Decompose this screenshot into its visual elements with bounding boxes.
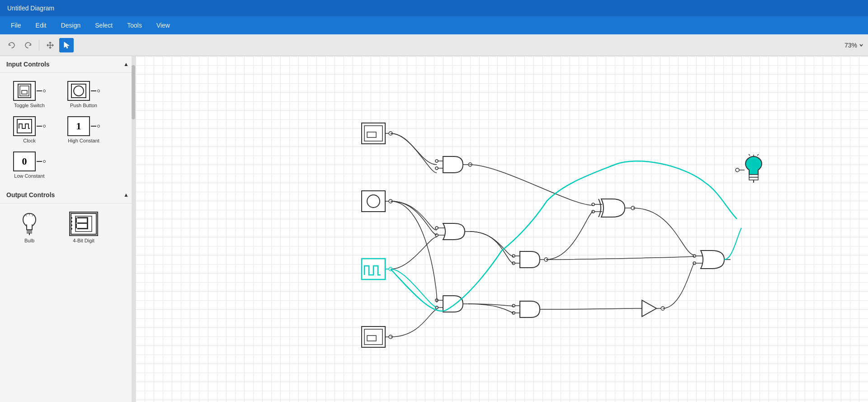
output-controls-content: Bulb: [0, 203, 135, 251]
component-bulb[interactable]: Bulb: [5, 210, 54, 245]
buffer-gate-1: [636, 300, 665, 317]
sidebar: Input Controls ▲ Toggle Swit: [0, 56, 136, 402]
svg-point-4: [74, 86, 84, 96]
low-constant-icon-group: 0: [13, 151, 46, 171]
component-toggle-switch[interactable]: Toggle Switch: [5, 79, 54, 110]
toggle-switch-label: Toggle Switch: [14, 103, 45, 108]
scrollbar-thumb[interactable]: [132, 65, 135, 119]
input-controls-chevron: ▲: [123, 61, 129, 67]
clock-box: [13, 116, 36, 136]
svg-rect-84: [749, 175, 758, 177]
svg-rect-19: [87, 218, 88, 223]
svg-point-91: [736, 168, 739, 172]
svg-rect-18: [75, 223, 77, 228]
input-controls-header[interactable]: Input Controls ▲: [0, 56, 135, 73]
svg-point-31: [367, 195, 380, 208]
and-gate-4: [512, 301, 546, 317]
menu-design[interactable]: Design: [55, 19, 87, 32]
sidebar-scrollbar[interactable]: [132, 56, 135, 402]
toggle-switch-1: [362, 123, 392, 144]
bulb-box: [18, 212, 41, 236]
select-button[interactable]: [59, 38, 74, 52]
or-gate-1: [435, 223, 471, 240]
low-constant-connector-dot: [43, 160, 46, 163]
toggle-connector-dot: [43, 90, 46, 92]
bulb-label: Bulb: [24, 238, 34, 243]
zoom-value: 73%: [844, 42, 857, 49]
menu-edit[interactable]: Edit: [29, 19, 53, 32]
svg-rect-20: [87, 223, 88, 228]
svg-point-24: [71, 228, 72, 230]
svg-line-89: [757, 154, 759, 156]
svg-rect-2: [22, 90, 27, 94]
clock-connector-dot: [43, 125, 46, 128]
high-constant-icon-group: 1: [67, 116, 100, 136]
bulb-icon-group: [18, 212, 41, 236]
low-constant-label: Low Constant: [14, 173, 44, 179]
svg-point-21: [71, 217, 72, 219]
svg-rect-16: [77, 228, 88, 229]
clock-icon-group: [13, 116, 46, 136]
zoom-display: 73%: [844, 42, 863, 49]
menu-view[interactable]: View: [150, 19, 176, 32]
svg-rect-39: [367, 336, 376, 341]
clock-connector-line: [37, 126, 42, 127]
pan-button[interactable]: [43, 38, 57, 52]
clock-label: Clock: [23, 138, 36, 143]
low-constant-value: 0: [22, 156, 27, 167]
component-low-constant[interactable]: 0 Low Constant: [5, 150, 54, 180]
redo-button[interactable]: [21, 38, 35, 52]
menu-select[interactable]: Select: [89, 19, 119, 32]
toolbar-separator-1: [39, 40, 39, 51]
high-constant-value: 1: [76, 120, 81, 132]
high-constant-label: High Constant: [68, 138, 99, 143]
toggle-switch-2: [362, 326, 392, 347]
menu-file[interactable]: File: [5, 19, 28, 32]
svg-point-23: [71, 224, 72, 226]
toggle-switch-box: [13, 81, 36, 101]
component-clock[interactable]: Clock: [5, 114, 54, 145]
svg-rect-15: [77, 222, 88, 224]
input-controls-content: Toggle Switch Push Button: [0, 73, 135, 187]
push-button-connector-line: [91, 90, 96, 91]
svg-rect-14: [77, 217, 88, 218]
high-constant-connector-dot: [97, 125, 100, 128]
push-button-box: [67, 81, 90, 101]
menu-tools[interactable]: Tools: [121, 19, 148, 32]
input-controls-label: Input Controls: [6, 61, 50, 68]
xnor-gate-1: [592, 199, 635, 217]
four-bit-digit-icon-group: [69, 212, 98, 236]
title-bar: Untitled Diagram: [0, 0, 868, 16]
menu-bar: File Edit Design Select Tools View: [0, 16, 868, 34]
undo-button[interactable]: [5, 38, 19, 52]
output-controls-label: Output Controls: [6, 191, 55, 199]
four-bit-digit-box: [69, 212, 98, 236]
output-controls-chevron: ▲: [123, 192, 129, 198]
svg-line-88: [749, 154, 750, 156]
push-button-1: [362, 191, 392, 212]
component-push-button[interactable]: Push Button: [59, 79, 108, 110]
high-constant-connector-line: [91, 126, 96, 127]
toolbar: 73%: [0, 34, 868, 56]
component-high-constant[interactable]: 1 High Constant: [59, 114, 108, 145]
and-gate-3: [512, 251, 548, 268]
output-controls-header[interactable]: Output Controls ▲: [0, 187, 135, 203]
svg-point-65: [512, 304, 515, 307]
diagram-canvas[interactable]: [136, 56, 868, 402]
output-bulb: [736, 154, 762, 183]
svg-point-43: [435, 160, 438, 162]
push-button-connector-dot: [97, 90, 100, 92]
toggle-connector-line: [37, 90, 42, 91]
svg-marker-75: [642, 300, 656, 317]
app-title: Untitled Diagram: [7, 5, 54, 12]
svg-rect-85: [749, 177, 758, 180]
component-four-bit-digit[interactable]: 4-Bit Digit: [59, 210, 108, 245]
toggle-switch-icon-group: [13, 81, 46, 101]
main-content: Input Controls ▲ Toggle Swit: [0, 56, 868, 402]
svg-rect-17: [75, 218, 77, 223]
four-bit-digit-label: 4-Bit Digit: [73, 238, 94, 243]
svg-point-49: [435, 227, 438, 229]
svg-rect-27: [367, 132, 376, 137]
and-gate-1: [435, 156, 472, 173]
low-constant-box: 0: [13, 151, 36, 171]
